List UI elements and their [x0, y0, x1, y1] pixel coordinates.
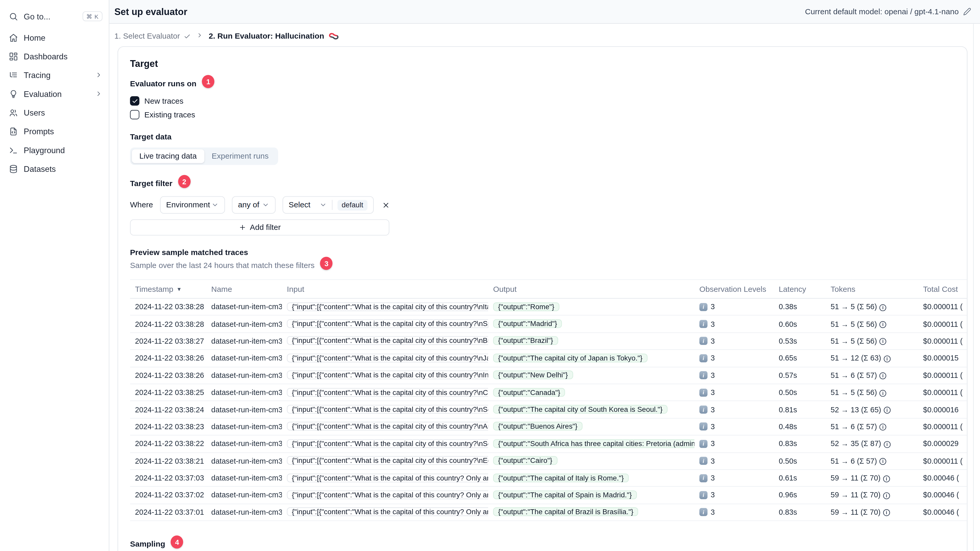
cell-input[interactable]: {"input":[{"content":"What is the capita… [287, 422, 488, 431]
cell-total-cost: $0.000011 ( [918, 302, 967, 311]
col-header-observation-levels[interactable]: Observation Levels [694, 284, 774, 294]
target-data-label: Target data [130, 132, 171, 141]
table-row[interactable]: 2024-11-22 03:38:26 dataset-run-item-cm3… [130, 350, 967, 367]
table-row[interactable]: 2024-11-22 03:38:27 dataset-run-item-cm3… [130, 333, 967, 350]
sidebar-item-label: Home [24, 33, 46, 42]
cell-name: dataset-run-item-cm3s4 [206, 302, 282, 311]
cell-tokens: 59 → 11 (Σ 70) i [826, 508, 918, 517]
cell-total-cost: $0.00046 ( [918, 491, 967, 500]
checkbox-checked[interactable] [130, 96, 139, 105]
checkbox-new-traces[interactable]: New traces [130, 96, 955, 105]
filter-value-select[interactable]: Select default [282, 196, 374, 214]
chevron-right-icon [95, 71, 102, 79]
sidebar-item-prompts[interactable]: Prompts [0, 122, 109, 140]
cell-name: dataset-run-item-cm3s4 [206, 319, 282, 329]
cell-name: dataset-run-item-cm3s4 [206, 422, 282, 431]
table-row[interactable]: 2024-11-22 03:38:26 dataset-run-item-cm3… [130, 367, 967, 384]
cell-total-cost: $0.000011 ( [918, 371, 967, 380]
cell-timestamp: 2024-11-22 03:38:22 [130, 439, 206, 448]
cell-output[interactable]: {"output":"The capital of Spain is Madri… [493, 491, 637, 499]
col-header-name[interactable]: Name [206, 284, 282, 294]
cell-input[interactable]: {"input":[{"content":"What is the capita… [287, 388, 488, 397]
cell-output[interactable]: {"output":"South Africa has three capita… [493, 439, 694, 448]
cell-output[interactable]: {"output":"Buenos Aires"} [493, 422, 582, 431]
sidebar-item-datasets[interactable]: Datasets [0, 159, 109, 178]
home-icon [9, 33, 18, 42]
cell-input[interactable]: {"input":[{"content":"What is the capita… [287, 302, 488, 311]
tab-experiment-runs[interactable]: Experiment runs [204, 149, 276, 163]
cell-input[interactable]: {"input":[{"content":"What is the capita… [287, 439, 488, 448]
sidebar-item-playground[interactable]: Playground [0, 140, 109, 159]
cell-output[interactable]: {"output":"New Delhi"} [493, 371, 573, 380]
add-filter-button[interactable]: Add filter [130, 219, 389, 236]
table-row[interactable]: 2024-11-22 03:38:23 dataset-run-item-cm3… [130, 419, 967, 436]
table-row[interactable]: 2024-11-22 03:37:01 dataset-run-item-cm3… [130, 504, 967, 521]
observation-level-count: 3 [711, 405, 715, 414]
cell-input[interactable]: {"input":[{"content":"What is the capita… [287, 371, 488, 380]
check-icon [184, 33, 191, 40]
cell-output[interactable]: {"output":"Cairo"} [493, 456, 557, 465]
table-row[interactable]: 2024-11-22 03:37:03 dataset-run-item-cm3… [130, 470, 967, 487]
info-circle-icon: i [880, 424, 886, 431]
checkbox-existing-traces[interactable]: Existing traces [130, 110, 955, 119]
cell-input[interactable]: {"input":[{"content":"What is the capita… [287, 473, 488, 482]
filter-operator-select[interactable]: any of [232, 196, 275, 214]
cell-input[interactable]: {"input":[{"content":"What is the capita… [287, 337, 488, 345]
table-row[interactable]: 2024-11-22 03:38:25 dataset-run-item-cm3… [130, 384, 967, 401]
table-row[interactable]: 2024-11-22 03:38:21 dataset-run-item-cm3… [130, 453, 967, 470]
breadcrumb-step-1[interactable]: 1. Select Evaluator [115, 32, 191, 41]
cell-output[interactable]: {"output":"Rome"} [493, 302, 559, 311]
cell-output[interactable]: {"output":"The capital city of South Kor… [493, 405, 668, 414]
cell-input[interactable]: {"input":[{"content":"What is the capita… [287, 456, 488, 465]
checkbox-label: New traces [145, 97, 183, 105]
table-row[interactable]: 2024-11-22 03:38:28 dataset-run-item-cm3… [130, 316, 967, 333]
cell-output[interactable]: {"output":"Canada"} [493, 388, 565, 397]
tab-live-tracing-data[interactable]: Live tracing data [132, 149, 204, 163]
goto-search[interactable]: Go to... ⌘ K [0, 7, 109, 25]
sidebar-item-tracing[interactable]: Tracing [0, 65, 109, 84]
cell-latency: 0.83s [774, 439, 826, 448]
cell-input[interactable]: {"input":[{"content":"What is the capita… [287, 354, 488, 362]
cell-latency: 0.50s [774, 457, 826, 465]
table-row[interactable]: 2024-11-22 03:38:22 dataset-run-item-cm3… [130, 436, 967, 453]
cell-output[interactable]: {"output":"Madrid"} [493, 319, 562, 328]
table-row[interactable]: 2024-11-22 03:37:02 dataset-run-item-cm3… [130, 487, 967, 504]
col-header-output[interactable]: Output [488, 284, 695, 294]
col-header-latency[interactable]: Latency [774, 284, 826, 294]
col-header-total-cost[interactable]: Total Cost [918, 284, 967, 294]
cell-observation-levels: i 3 [694, 439, 774, 448]
cell-output[interactable]: {"output":"The capital of Italy is Rome.… [493, 473, 629, 482]
observation-level-count: 3 [711, 439, 715, 448]
filter-column-select[interactable]: Environment [160, 196, 225, 214]
table-row[interactable]: 2024-11-22 03:38:28 dataset-run-item-cm3… [130, 299, 967, 316]
observation-level-count: 3 [711, 388, 715, 397]
cell-output[interactable]: {"output":"The capital of Brazil is Bras… [493, 507, 638, 516]
edit-pencil-icon[interactable] [963, 8, 971, 16]
cell-latency: 0.83s [774, 508, 826, 517]
info-circle-icon: i [880, 338, 886, 345]
col-header-tokens[interactable]: Tokens [826, 284, 918, 294]
cell-input[interactable]: {"input":[{"content":"What is the capita… [287, 491, 488, 499]
cell-input[interactable]: {"input":[{"content":"What is the capita… [287, 507, 488, 516]
sidebar-item-dashboards[interactable]: Dashboards [0, 47, 109, 65]
sidebar-item-home[interactable]: Home [0, 28, 109, 47]
cell-total-cost: $0.000011 ( [918, 337, 967, 346]
col-header-timestamp[interactable]: Timestamp ▼ [130, 284, 206, 294]
info-circle-icon: i [883, 441, 891, 448]
cell-input[interactable]: {"input":[{"content":"What is the capita… [287, 319, 488, 328]
observation-level-count: 3 [711, 319, 715, 329]
table-row[interactable]: 2024-11-22 03:38:24 dataset-run-item-cm3… [130, 402, 967, 419]
sidebar-item-users[interactable]: Users [0, 103, 109, 122]
sidebar-item-evaluation[interactable]: Evaluation [0, 84, 109, 103]
cell-output[interactable]: {"output":"The capital city of Japan is … [493, 354, 648, 362]
sidebar: Go to... ⌘ K Home Dashboards Tracing Eva… [0, 0, 110, 551]
checkbox-unchecked[interactable] [130, 110, 139, 119]
remove-filter-button[interactable] [382, 201, 390, 209]
col-header-input[interactable]: Input [282, 284, 488, 294]
cell-timestamp: 2024-11-22 03:38:28 [130, 319, 206, 329]
cell-output[interactable]: {"output":"Brazil"} [493, 337, 558, 345]
cell-latency: 0.53s [774, 337, 826, 346]
sidebar-item-label: Users [24, 108, 45, 117]
cell-input[interactable]: {"input":[{"content":"What is the capita… [287, 405, 488, 414]
divider [332, 200, 332, 210]
